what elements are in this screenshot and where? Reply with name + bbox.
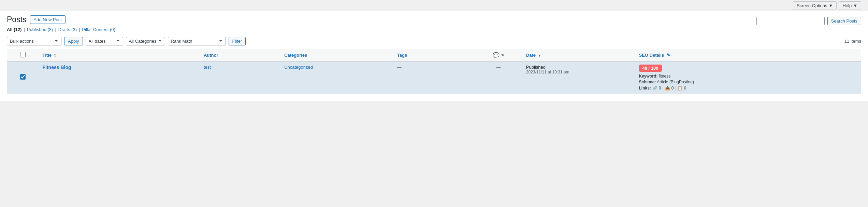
help-chevron-icon: ▼: [853, 3, 857, 8]
tags-value: —: [397, 65, 402, 70]
apply-button[interactable]: Apply: [64, 37, 83, 45]
table-nav: Bulk actions Apply All dates All Categor…: [7, 37, 861, 45]
title-sort-link[interactable]: Title: [42, 53, 56, 58]
seo-edit-icon[interactable]: ✎: [667, 53, 670, 58]
screen-options-chevron-icon: ▼: [829, 3, 833, 8]
seo-links-row: Links: 🔗 0 | 📤 0 | 📋 0: [639, 86, 858, 91]
category-link[interactable]: Uncategorized: [284, 65, 313, 70]
screen-options-label: Screen Options: [797, 3, 827, 8]
seo-keyword-row: Keyword: fitness: [639, 74, 858, 79]
post-status-filters: All (12) | Published (8) | Drafts (3) |: [7, 27, 861, 32]
select-all-checkbox[interactable]: [20, 52, 26, 57]
post-title-link[interactable]: Fitness Blog: [42, 65, 71, 70]
filter-all-link[interactable]: All (12): [7, 27, 21, 32]
all-dates-select[interactable]: All dates: [86, 37, 123, 45]
bulk-actions-select[interactable]: Bulk actions: [7, 37, 61, 45]
help-label: Help: [842, 3, 852, 8]
comments-sort-icon: [501, 53, 504, 57]
link-affiliate-icon: 📋: [677, 86, 682, 91]
filter-button[interactable]: Filter: [229, 37, 246, 45]
filter-drafts-link[interactable]: Drafts (3): [58, 27, 77, 32]
rank-math-select[interactable]: Rank Math: [168, 37, 226, 45]
add-new-post-button[interactable]: Add New Post: [30, 15, 66, 24]
page-title: Posts: [7, 15, 27, 25]
comments-value: —: [496, 65, 501, 70]
author-link[interactable]: test: [204, 65, 211, 70]
row-checkbox[interactable]: [20, 74, 26, 80]
date-sort-link[interactable]: Date: [526, 53, 541, 58]
date-status: Published: [526, 65, 632, 70]
seo-score-badge: 48 / 100: [639, 65, 662, 72]
all-categories-select[interactable]: All Categories: [126, 37, 165, 45]
filter-pillar-content-link[interactable]: Pillar Content (0): [82, 27, 115, 32]
posts-table: Title Author Categories Tags: [7, 49, 861, 94]
search-posts-button[interactable]: Search Posts: [827, 17, 861, 25]
table-row: Fitness Blog test Uncategorized — —: [7, 61, 861, 94]
link-external-icon: 📤: [665, 86, 670, 91]
title-sort-icon: [54, 54, 57, 57]
help-button[interactable]: Help ▼: [839, 1, 861, 10]
item-count: 11 items: [844, 39, 861, 44]
comments-bubble-icon: 💬: [493, 52, 500, 58]
date-value: 2023/11/11 at 10:31 am: [526, 70, 632, 74]
screen-options-button[interactable]: Screen Options ▼: [793, 1, 837, 10]
link-internal-icon: 🔗: [652, 86, 657, 91]
filter-published-link[interactable]: Published (8): [27, 27, 53, 32]
seo-schema-row: Schema: Article (BlogPosting): [639, 80, 858, 84]
date-sort-icon: [538, 54, 541, 57]
search-posts-input[interactable]: [756, 17, 825, 25]
